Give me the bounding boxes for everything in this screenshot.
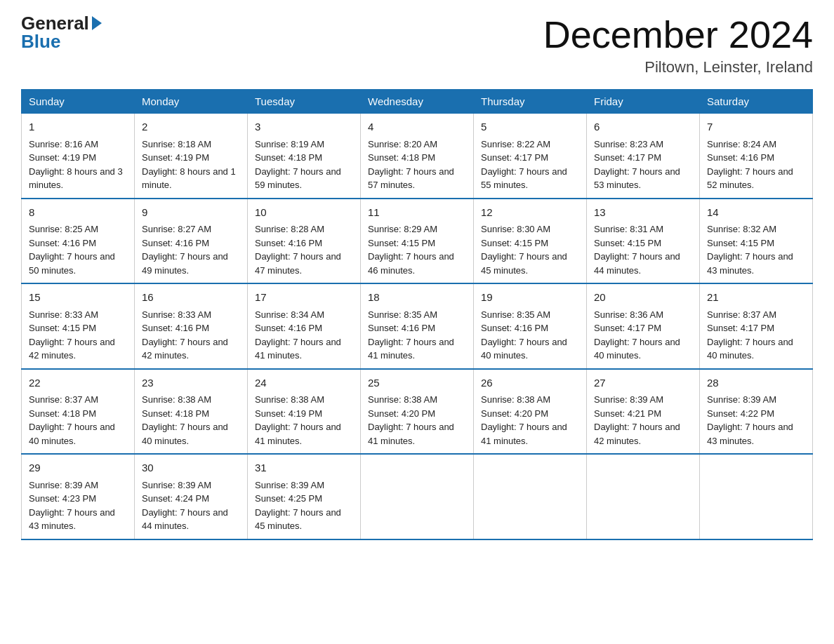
calendar-cell: 26Sunrise: 8:38 AMSunset: 4:20 PMDayligh… [474,369,587,455]
calendar-cell: 21Sunrise: 8:37 AMSunset: 4:17 PMDayligh… [700,283,813,369]
calendar-cell: 14Sunrise: 8:32 AMSunset: 4:15 PMDayligh… [700,199,813,284]
day-number: 15 [29,290,127,306]
day-number: 5 [481,119,579,135]
logo-name-part2: Blue [21,31,60,53]
day-number: 17 [255,290,353,306]
day-number: 23 [142,375,240,391]
calendar-cell: 5Sunrise: 8:22 AMSunset: 4:17 PMDaylight… [474,114,587,199]
day-number: 16 [142,290,240,306]
logo-name-part1: General [21,14,89,32]
day-number: 13 [594,205,692,221]
calendar-cell: 25Sunrise: 8:38 AMSunset: 4:20 PMDayligh… [361,369,474,455]
calendar-cell: 10Sunrise: 8:28 AMSunset: 4:16 PMDayligh… [248,199,361,284]
day-number: 8 [29,205,127,221]
day-number: 22 [29,375,127,391]
calendar-cell: 17Sunrise: 8:34 AMSunset: 4:16 PMDayligh… [248,283,361,369]
day-number: 4 [368,119,466,135]
calendar-cell: 23Sunrise: 8:38 AMSunset: 4:18 PMDayligh… [135,369,248,455]
calendar-cell: 4Sunrise: 8:20 AMSunset: 4:18 PMDaylight… [361,114,474,199]
calendar-day-header: Thursday [474,90,587,114]
calendar-cell: 3Sunrise: 8:19 AMSunset: 4:18 PMDaylight… [248,114,361,199]
day-number: 3 [255,119,353,135]
calendar-cell: 16Sunrise: 8:33 AMSunset: 4:16 PMDayligh… [135,283,248,369]
calendar-cell [474,454,587,539]
calendar-cell [587,454,700,539]
calendar-cell: 24Sunrise: 8:38 AMSunset: 4:19 PMDayligh… [248,369,361,455]
day-number: 7 [707,119,805,135]
calendar-cell [700,454,813,539]
calendar-cell: 15Sunrise: 8:33 AMSunset: 4:15 PMDayligh… [22,283,135,369]
month-title: December 2024 [543,14,813,55]
calendar-week-row: 1Sunrise: 8:16 AMSunset: 4:19 PMDaylight… [22,114,813,199]
calendar-cell: 18Sunrise: 8:35 AMSunset: 4:16 PMDayligh… [361,283,474,369]
calendar-cell: 6Sunrise: 8:23 AMSunset: 4:17 PMDaylight… [587,114,700,199]
calendar-cell: 22Sunrise: 8:37 AMSunset: 4:18 PMDayligh… [22,369,135,455]
calendar-cell: 30Sunrise: 8:39 AMSunset: 4:24 PMDayligh… [135,454,248,539]
calendar-cell [361,454,474,539]
page-header: General Blue December 2024 Piltown, Lein… [21,14,813,76]
calendar-cell: 2Sunrise: 8:18 AMSunset: 4:19 PMDaylight… [135,114,248,199]
day-number: 11 [368,205,466,221]
day-number: 25 [368,375,466,391]
calendar-cell: 12Sunrise: 8:30 AMSunset: 4:15 PMDayligh… [474,199,587,284]
day-number: 10 [255,205,353,221]
calendar-cell: 28Sunrise: 8:39 AMSunset: 4:22 PMDayligh… [700,369,813,455]
day-number: 6 [594,119,692,135]
location-label: Piltown, Leinster, Ireland [543,58,813,76]
calendar-cell: 20Sunrise: 8:36 AMSunset: 4:17 PMDayligh… [587,283,700,369]
calendar-table: SundayMondayTuesdayWednesdayThursdayFrid… [21,89,813,540]
calendar-day-header: Tuesday [248,90,361,114]
day-number: 29 [29,460,127,476]
day-number: 30 [142,460,240,476]
calendar-day-header: Sunday [22,90,135,114]
calendar-cell: 9Sunrise: 8:27 AMSunset: 4:16 PMDaylight… [135,199,248,284]
calendar-cell: 13Sunrise: 8:31 AMSunset: 4:15 PMDayligh… [587,199,700,284]
calendar-day-header: Friday [587,90,700,114]
calendar-cell: 7Sunrise: 8:24 AMSunset: 4:16 PMDaylight… [700,114,813,199]
day-number: 18 [368,290,466,306]
calendar-cell: 31Sunrise: 8:39 AMSunset: 4:25 PMDayligh… [248,454,361,539]
calendar-cell: 1Sunrise: 8:16 AMSunset: 4:19 PMDaylight… [22,114,135,199]
calendar-week-row: 29Sunrise: 8:39 AMSunset: 4:23 PMDayligh… [22,454,813,539]
calendar-week-row: 8Sunrise: 8:25 AMSunset: 4:16 PMDaylight… [22,199,813,284]
calendar-week-row: 22Sunrise: 8:37 AMSunset: 4:18 PMDayligh… [22,369,813,455]
calendar-cell: 29Sunrise: 8:39 AMSunset: 4:23 PMDayligh… [22,454,135,539]
calendar-day-header: Monday [135,90,248,114]
day-number: 12 [481,205,579,221]
calendar-day-header: Wednesday [361,90,474,114]
day-number: 9 [142,205,240,221]
calendar-header-row: SundayMondayTuesdayWednesdayThursdayFrid… [22,90,813,114]
calendar-cell: 19Sunrise: 8:35 AMSunset: 4:16 PMDayligh… [474,283,587,369]
day-number: 26 [481,375,579,391]
day-number: 19 [481,290,579,306]
day-number: 31 [255,460,353,476]
day-number: 21 [707,290,805,306]
day-number: 1 [29,119,127,135]
day-number: 20 [594,290,692,306]
day-number: 14 [707,205,805,221]
day-number: 27 [594,375,692,391]
calendar-cell: 11Sunrise: 8:29 AMSunset: 4:15 PMDayligh… [361,199,474,284]
day-number: 28 [707,375,805,391]
logo: General Blue [21,14,102,53]
day-number: 24 [255,375,353,391]
calendar-cell: 8Sunrise: 8:25 AMSunset: 4:16 PMDaylight… [22,199,135,284]
calendar-cell: 27Sunrise: 8:39 AMSunset: 4:21 PMDayligh… [587,369,700,455]
calendar-day-header: Saturday [700,90,813,114]
calendar-week-row: 15Sunrise: 8:33 AMSunset: 4:15 PMDayligh… [22,283,813,369]
title-block: December 2024 Piltown, Leinster, Ireland [543,14,813,76]
logo-arrow-icon [92,16,102,30]
day-number: 2 [142,119,240,135]
